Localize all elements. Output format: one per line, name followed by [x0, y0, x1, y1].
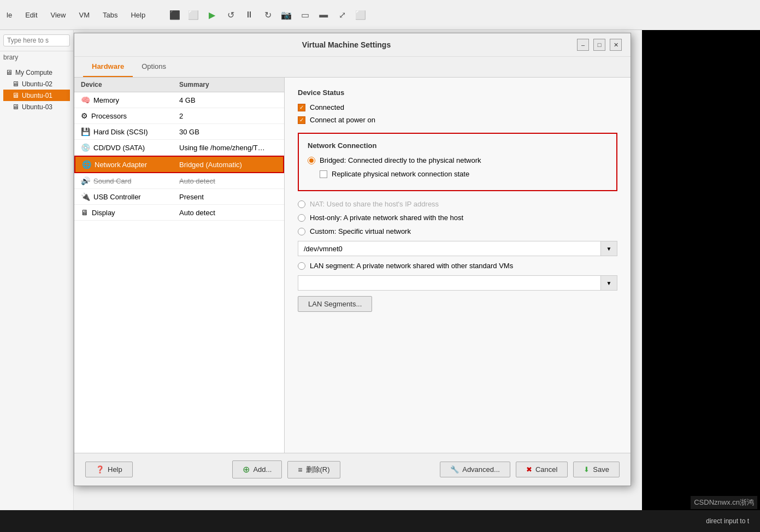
toolbar-window2-icon[interactable]: ▬	[316, 7, 331, 22]
search-input[interactable]	[3, 34, 70, 46]
sidebar-item-ubuntu01[interactable]: 🖥 Ubuntu-01	[3, 90, 70, 101]
sidebar-search-area	[0, 30, 73, 51]
bridged-radio[interactable]	[308, 157, 315, 164]
remove-label: 删除(R)	[306, 465, 330, 475]
custom-dropdown-arrow[interactable]: ▼	[601, 241, 617, 256]
cancel-button[interactable]: ✖ Cancel	[516, 462, 568, 477]
sidebar-item-ubuntu03[interactable]: 🖥 Ubuntu-03	[3, 101, 70, 113]
add-icon: ⊕	[243, 464, 250, 475]
device-row-harddisk[interactable]: 💾 Hard Disk (SCSI) 30 GB	[74, 124, 284, 140]
soundcard-label: Sound Card	[93, 177, 131, 185]
menu-vm[interactable]: VM	[76, 10, 92, 20]
sidebar-label-ubuntu01: Ubuntu-01	[22, 92, 52, 99]
nat-label: NAT: Used to share the host's IP address	[310, 200, 439, 208]
network-summary: Bridged (Automatic)	[179, 161, 276, 169]
memory-summary: 4 GB	[179, 96, 278, 104]
dialog-titlebar: Virtual Machine Settings – □ ✕	[74, 33, 631, 57]
ubuntu03-icon: 🖥	[12, 103, 19, 111]
menu-tabs[interactable]: Tabs	[101, 10, 120, 20]
custom-radio[interactable]	[298, 228, 305, 235]
toolbar-resize-icon[interactable]: ⤢	[334, 7, 350, 22]
toolbar-suspend-icon[interactable]: ⏸	[241, 7, 257, 22]
menu-bar: le Edit View VM Tabs Help ⬛ ⬜ ▶ ↺ ⏸ ↻ 📷 …	[0, 0, 642, 30]
network-connection-box: Network Connection Bridged: Connected di…	[298, 133, 617, 191]
hostonly-row[interactable]: Host-only: A private network shared with…	[298, 214, 617, 222]
header-device: Device	[81, 81, 179, 88]
device-row-network[interactable]: 🌐 Network Adapter Bridged (Automatic)	[74, 156, 284, 173]
cddvd-icon: 💿	[81, 143, 90, 152]
tab-options[interactable]: Options	[133, 57, 175, 77]
footer-left: ❓ Help	[85, 462, 133, 477]
toolbar-restart-icon[interactable]: ↻	[260, 7, 275, 22]
maximize-button[interactable]: □	[593, 39, 605, 51]
toolbar-refresh-icon[interactable]: ↺	[223, 7, 238, 22]
device-row-cddvd[interactable]: 💿 CD/DVD (SATA) Using file /home/zheng/T…	[74, 140, 284, 156]
connected-row[interactable]: Connected	[298, 103, 617, 111]
advanced-icon: 🔧	[450, 465, 459, 474]
toolbar-fullscreen-icon[interactable]: ⬜	[353, 7, 368, 22]
replicate-label: Replicate physical network connection st…	[332, 170, 469, 178]
lan-segment-dropdown-arrow[interactable]: ▼	[601, 275, 617, 291]
connect-power-row[interactable]: Connect at power on	[298, 116, 617, 124]
toolbar-play-icon[interactable]: ▶	[204, 7, 220, 22]
hostonly-label: Host-only: A private network shared with…	[310, 214, 463, 222]
toolbar-panels-icon[interactable]: ⬜	[186, 7, 201, 22]
usb-summary: Present	[179, 193, 278, 201]
lan-segment-row[interactable]: LAN segment: A private network shared wi…	[298, 262, 617, 270]
lan-segment-dropdown-row: ▼	[298, 275, 617, 291]
soundcard-icon: 🔊	[81, 176, 90, 185]
device-row-soundcard[interactable]: 🔊 Sound Card Auto detect	[74, 173, 284, 189]
menu-le[interactable]: le	[4, 10, 14, 20]
lan-segment-radio[interactable]	[298, 262, 305, 270]
device-row-memory[interactable]: 🧠 Memory 4 GB	[74, 92, 284, 108]
display-label: Display	[92, 209, 115, 217]
lan-segment-dropdown[interactable]	[298, 275, 601, 291]
menu-help[interactable]: Help	[128, 10, 148, 20]
processors-summary: 2	[179, 112, 278, 120]
hostonly-radio[interactable]	[298, 214, 305, 222]
help-label: Help	[108, 465, 122, 474]
toolbar-icons: ⬛ ⬜ ▶ ↺ ⏸ ↻ 📷 ▭ ▬ ⤢ ⬜	[167, 7, 368, 22]
toolbar-window1-icon[interactable]: ▭	[297, 7, 313, 22]
lan-segments-button[interactable]: LAN Segments...	[298, 296, 372, 312]
save-button[interactable]: ⬇ Save	[573, 462, 620, 477]
custom-dropdown-value: /dev/vmnet0	[304, 245, 343, 253]
bottom-text: direct input to t	[706, 517, 749, 525]
dialog-title: Virtual Machine Settings	[116, 40, 577, 49]
nat-row[interactable]: NAT: Used to share the host's IP address	[298, 200, 617, 208]
connect-power-label: Connect at power on	[310, 116, 375, 124]
remove-button[interactable]: ≡ 删除(R)	[287, 461, 340, 478]
replicate-checkbox[interactable]	[320, 170, 327, 178]
custom-dropdown-row: /dev/vmnet0 ▼	[298, 241, 617, 256]
toolbar-stop-icon[interactable]: ⬛	[167, 7, 182, 22]
virtual-machine-settings-dialog: Virtual Machine Settings – □ ✕ Hardware …	[74, 33, 631, 486]
cancel-label: Cancel	[535, 465, 557, 474]
add-button[interactable]: ⊕ Add...	[232, 460, 282, 478]
toolbar-screenshot-icon[interactable]: 📷	[279, 7, 294, 22]
connected-checkbox[interactable]	[298, 104, 305, 111]
device-row-usb[interactable]: 🔌 USB Controller Present	[74, 189, 284, 205]
bridged-row[interactable]: Bridged: Connected directly to the physi…	[308, 156, 608, 164]
nat-radio[interactable]	[298, 200, 305, 208]
settings-panel: Device Status Connected Connect at power…	[285, 78, 631, 464]
replicate-row[interactable]: Replicate physical network connection st…	[320, 170, 608, 178]
sidebar-label-ubuntu02: Ubuntu-02	[22, 80, 52, 88]
sidebar-item-mycompute[interactable]: 🖥 My Compute	[3, 67, 70, 78]
remove-icon: ≡	[298, 465, 302, 474]
help-button[interactable]: ❓ Help	[85, 462, 133, 477]
sidebar-label-mycompute: My Compute	[15, 69, 52, 76]
close-button[interactable]: ✕	[610, 39, 622, 51]
advanced-button[interactable]: 🔧 Advanced...	[440, 462, 510, 477]
custom-row[interactable]: Custom: Specific virtual network	[298, 227, 617, 235]
menu-view[interactable]: View	[49, 10, 68, 20]
dialog-controls: – □ ✕	[577, 39, 622, 51]
custom-dropdown[interactable]: /dev/vmnet0	[298, 241, 601, 256]
lan-segments-btn-container: LAN Segments...	[298, 296, 617, 312]
sidebar-item-ubuntu02[interactable]: 🖥 Ubuntu-02	[3, 78, 70, 90]
tab-hardware[interactable]: Hardware	[83, 57, 133, 77]
device-row-processors[interactable]: ⚙ Processors 2	[74, 108, 284, 124]
minimize-button[interactable]: –	[577, 39, 589, 51]
device-row-display[interactable]: 🖥 Display Auto detect	[74, 205, 284, 221]
menu-edit[interactable]: Edit	[23, 10, 39, 20]
connect-power-checkbox[interactable]	[298, 116, 305, 124]
